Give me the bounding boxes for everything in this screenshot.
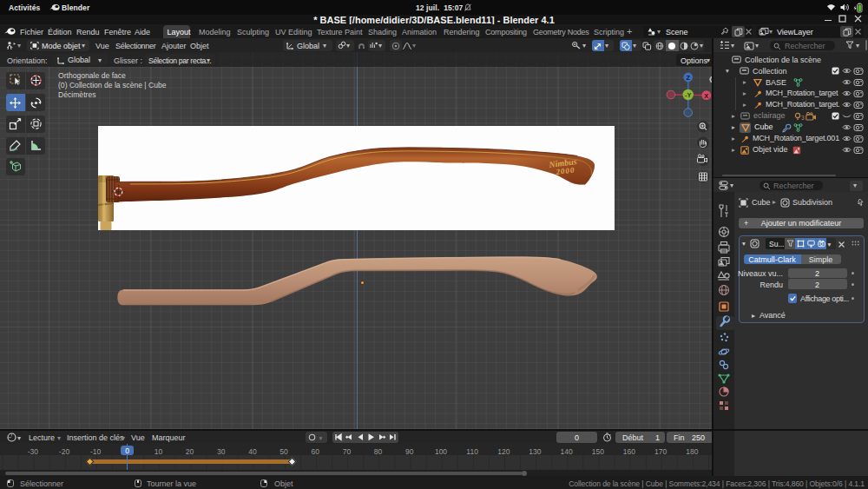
svg-text:-Y: -Y [685, 91, 692, 99]
svg-text:X: X [704, 92, 708, 100]
svg-text:Z: Z [686, 74, 690, 82]
